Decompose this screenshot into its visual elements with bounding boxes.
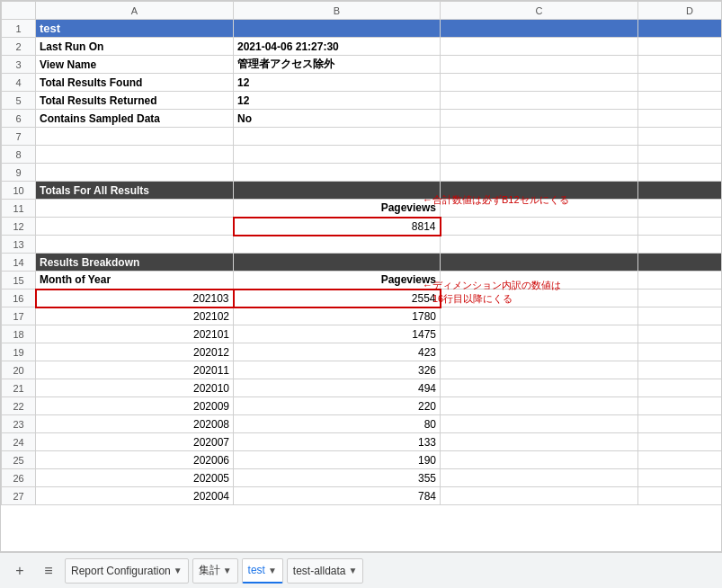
annotation-breakdown: ←ディメンション内訳の数値は 16行目以降にくる (423, 279, 561, 306)
cell-14-C (441, 254, 638, 272)
col-d-header: D (638, 2, 723, 20)
row-number: 6 (2, 110, 36, 128)
table-row: 19202012423 (2, 343, 723, 361)
row-number: 11 (2, 200, 36, 218)
cell-16-B: 2554 (234, 290, 441, 307)
cell-22-C (441, 397, 638, 415)
row-number: 24 (2, 433, 36, 451)
cell-8-A (36, 146, 234, 164)
cell-3-A: View Name (36, 56, 234, 74)
corner-header (2, 2, 36, 20)
cell-27-C (441, 487, 638, 505)
cell-13-D (638, 236, 723, 254)
tab-shuukei[interactable]: 集計 ▼ (192, 558, 238, 584)
cell-22-A: 202009 (36, 397, 234, 415)
col-c-header: C (441, 2, 638, 20)
table-row: 24202007133 (2, 433, 723, 451)
cell-23-B: 80 (234, 415, 441, 433)
table-row: 22202009220 (2, 397, 723, 415)
cell-9-B (234, 164, 441, 182)
cell-5-A: Total Results Returned (36, 92, 234, 110)
table-row: 11Pageviews (2, 200, 723, 218)
row-number: 19 (2, 343, 36, 361)
cell-16-D (638, 290, 723, 307)
row-number: 14 (2, 254, 36, 272)
cell-14-D (638, 254, 723, 272)
cell-24-A: 202007 (36, 433, 234, 451)
table-row: 6Contains Sampled DataNo (2, 110, 723, 128)
cell-2-C (441, 38, 638, 56)
cell-23-C (441, 415, 638, 433)
cell-26-D (638, 469, 723, 487)
row-number: 21 (2, 379, 36, 397)
cell-8-B (234, 146, 441, 164)
cell-18-C (441, 325, 638, 343)
cell-7-C (441, 128, 638, 146)
row-number: 25 (2, 451, 36, 469)
tab-test[interactable]: test ▼ (242, 558, 283, 584)
cell-20-B: 326 (234, 361, 441, 379)
cell-12-D (638, 218, 723, 236)
cell-22-D (638, 397, 723, 415)
cell-17-B: 1780 (234, 307, 441, 325)
row-number: 13 (2, 236, 36, 254)
cell-17-C (441, 307, 638, 325)
cell-18-D (638, 325, 723, 343)
table-row: 8 (2, 146, 723, 164)
cell-13-B (234, 236, 441, 254)
sheet-list-button[interactable]: ≡ (36, 558, 61, 584)
cell-4-B: 12 (234, 74, 441, 92)
cell-16-A: 202103 (36, 290, 234, 307)
cell-22-B: 220 (234, 397, 441, 415)
cell-3-B: 管理者アクセス除外 (234, 56, 441, 74)
row-number: 8 (2, 146, 36, 164)
cell-26-A: 202005 (36, 469, 234, 487)
column-header-row: A B C D (2, 2, 723, 20)
table-row: 27202004784 (2, 487, 723, 505)
cell-9-C (441, 164, 638, 182)
row-number: 22 (2, 397, 36, 415)
cell-10-D (638, 182, 723, 200)
row-number: 20 (2, 361, 36, 379)
table-row: 128814 (2, 218, 723, 236)
cell-15-D (638, 272, 723, 290)
cell-11-D (638, 200, 723, 218)
table-row: 1test (2, 20, 723, 38)
cell-19-C (441, 343, 638, 361)
row-number: 7 (2, 128, 36, 146)
cell-25-A: 202006 (36, 451, 234, 469)
add-sheet-button[interactable]: + (7, 558, 32, 584)
row-number: 12 (2, 218, 36, 236)
row-number: 10 (2, 182, 36, 200)
cell-8-C (441, 146, 638, 164)
tab-report-configuration[interactable]: Report Configuration ▼ (65, 558, 189, 584)
cell-25-D (638, 451, 723, 469)
tab-shuukei-arrow: ▼ (223, 566, 232, 575)
cell-21-D (638, 379, 723, 397)
cell-2-B: 2021-04-06 21:27:30 (234, 38, 441, 56)
spreadsheet: A B C D 1test2Last Run On2021-04-06 21:2… (0, 0, 722, 552)
row-number: 18 (2, 325, 36, 343)
cell-4-A: Total Results Found (36, 74, 234, 92)
tab-test-alldata-arrow: ▼ (349, 566, 358, 575)
table-row: 4Total Results Found12 (2, 74, 723, 92)
table-row: 10Totals For All Results (2, 182, 723, 200)
cell-27-B: 784 (234, 487, 441, 505)
table-row: 14Results Breakdown (2, 254, 723, 272)
table-row: 3View Name管理者アクセス除外 (2, 56, 723, 74)
cell-1-B (234, 20, 441, 38)
cell-21-B: 494 (234, 379, 441, 397)
tab-test-alldata[interactable]: test-alldata ▼ (287, 558, 364, 584)
cell-13-C (441, 236, 638, 254)
cell-8-D (638, 146, 723, 164)
cell-6-D (638, 110, 723, 128)
cell-19-B: 423 (234, 343, 441, 361)
table-row: 7 (2, 128, 723, 146)
tab-test-arrow: ▼ (268, 566, 277, 575)
row-number: 27 (2, 487, 36, 505)
cell-24-D (638, 433, 723, 451)
table-row: 20202011326 (2, 361, 723, 379)
cell-1-A: test (36, 20, 234, 38)
cell-18-B: 1475 (234, 325, 441, 343)
cell-26-B: 355 (234, 469, 441, 487)
